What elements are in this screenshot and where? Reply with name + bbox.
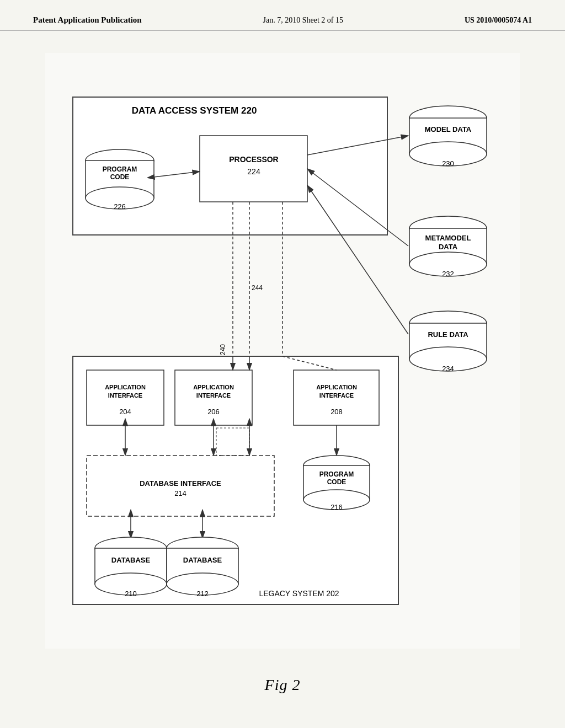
rule-data-label: RULE DATA xyxy=(428,330,468,339)
db212-number: 212 xyxy=(196,590,209,598)
database-210-cylinder: DATABASE 210 xyxy=(95,537,167,598)
rule-data-cylinder: RULE DATA 234 xyxy=(409,311,487,373)
main-diagram: MODEL DATA 230 METAMODEL DATA 232 RULE D… xyxy=(45,53,520,649)
ai208-line1: APPLICATION xyxy=(316,384,357,390)
app-interface-204-box: APPLICATION INTERFACE 204 xyxy=(87,370,164,425)
metamodel-label: METAMODEL xyxy=(425,234,471,242)
db-interface-214-box: DATABASE INTERFACE 214 xyxy=(87,456,274,516)
program-code-226-cylinder: PROGRAM CODE 226 xyxy=(86,149,154,211)
model-data-cylinder: MODEL DATA 230 xyxy=(409,106,487,168)
database-212-cylinder: DATABASE 212 xyxy=(167,537,238,598)
metamodel-number: 232 xyxy=(442,270,454,278)
publication-label: Patent Application Publication xyxy=(33,15,142,25)
model-data-label: MODEL DATA xyxy=(425,125,472,133)
model-data-number: 230 xyxy=(442,159,454,168)
metamodel-data-word: DATA xyxy=(439,243,458,251)
pc216-number: 216 xyxy=(331,503,343,511)
program-code-216-cylinder: PROGRAM CODE 216 xyxy=(303,456,370,511)
pc216-line2: CODE xyxy=(327,478,347,486)
ai206-number: 206 xyxy=(207,408,220,416)
ai204-number: 204 xyxy=(119,408,131,416)
ai204-line2: INTERFACE xyxy=(108,392,142,399)
figure-caption: Fig 2 xyxy=(0,676,565,694)
pc216-line1: PROGRAM xyxy=(319,470,354,478)
app-interface-208-box: APPLICATION INTERFACE 208 xyxy=(294,370,379,425)
page-header: Patent Application Publication Jan. 7, 2… xyxy=(0,0,565,31)
processor-number: 224 xyxy=(247,167,260,176)
legacy-system-label: LEGACY SYSTEM 202 xyxy=(259,589,339,598)
data-access-system-label: DATA ACCESS SYSTEM 220 xyxy=(132,105,257,116)
db210-number: 210 xyxy=(125,590,137,598)
connector-244-label: 244 xyxy=(252,284,263,292)
processor-box: PROCESSOR 224 xyxy=(200,136,307,202)
ai208-line2: INTERFACE xyxy=(319,392,354,399)
patent-number-label: US 2010/0005074 A1 xyxy=(465,16,532,25)
ai204-line1: APPLICATION xyxy=(105,384,146,390)
diagram-area: MODEL DATA 230 METAMODEL DATA 232 RULE D… xyxy=(0,31,565,660)
db210-label: DATABASE xyxy=(111,556,151,564)
db212-label: DATABASE xyxy=(183,556,222,564)
ai206-line2: INTERFACE xyxy=(196,392,231,399)
app-interface-206-box: APPLICATION INTERFACE 206 xyxy=(175,370,252,425)
connector-240-label: 240 xyxy=(219,344,227,355)
program-code-226-line1: PROGRAM xyxy=(103,165,137,173)
dbi-label: DATABASE INTERFACE xyxy=(140,479,221,488)
ai206-line1: APPLICATION xyxy=(193,384,234,390)
processor-label: PROCESSOR xyxy=(229,155,278,164)
page-footer xyxy=(0,694,565,716)
figure-caption-text: Fig 2 xyxy=(265,676,301,693)
metamodel-data-cylinder: METAMODEL DATA 232 xyxy=(409,216,487,278)
rule-data-number: 234 xyxy=(442,365,454,373)
dbi-number: 214 xyxy=(174,489,186,497)
ai208-number: 208 xyxy=(331,408,343,416)
date-sheet-label: Jan. 7, 2010 Sheet 2 of 15 xyxy=(263,16,343,25)
program-code-226-number: 226 xyxy=(114,202,126,211)
program-code-226-line2: CODE xyxy=(110,173,130,181)
